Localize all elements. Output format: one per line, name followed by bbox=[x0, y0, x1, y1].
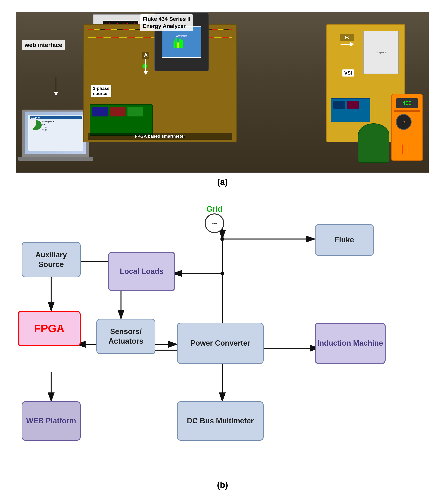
svg-point-5 bbox=[220, 237, 224, 241]
laptop-base bbox=[18, 157, 93, 161]
arrow-b-label: B bbox=[340, 34, 354, 41]
dc-bus-multimeter-box: DC Bus Multimeter bbox=[177, 401, 264, 441]
svg-point-4 bbox=[220, 271, 224, 275]
caption-a: (a) bbox=[16, 177, 429, 187]
laptop: SZEPNU motor speed: ■■ ■T1 T2T3 T4 bbox=[22, 109, 89, 157]
web-interface-label: web interface bbox=[22, 40, 65, 50]
laptop-screen: SZEPNU motor speed: ■■ ■T1 T2T3 T4 bbox=[25, 111, 86, 154]
power-converter-box: Power Converter bbox=[177, 323, 264, 364]
grid-symbol: Grid ~ bbox=[205, 205, 224, 233]
arrow-b-container: B bbox=[340, 34, 354, 46]
fluke-label: Fluke 434 Series IIEnergy Analyzer bbox=[140, 14, 193, 31]
3phase-source-label: 3-phasesource bbox=[91, 85, 111, 97]
grid-circle: ~ bbox=[205, 214, 224, 233]
caption-b: (b) bbox=[12, 480, 433, 490]
arrow-a-label: A bbox=[142, 52, 149, 59]
grid-label: Grid bbox=[206, 205, 222, 214]
motor bbox=[358, 123, 389, 163]
photo-section: SZEPNU motor speed: ■■ ■T1 T2T3 T4 web i… bbox=[0, 0, 445, 193]
fpga-box: FPGA bbox=[18, 311, 81, 346]
arrow-a-container: A bbox=[142, 52, 149, 75]
diagram-section: Grid ~ Auxiliary Source FPGA WEB Platfor… bbox=[0, 193, 445, 504]
fluke-box: Fluke bbox=[315, 224, 374, 256]
web-platform-box: WEB Platform bbox=[22, 401, 81, 441]
sensors-actuators-box: Sensors/ Actuators bbox=[96, 319, 155, 354]
web-interface-arrow bbox=[56, 77, 56, 93]
auxiliary-source-box: Auxiliary Source bbox=[22, 242, 81, 277]
vsi-label: VSI bbox=[342, 70, 354, 76]
web-interface-arrowhead bbox=[54, 92, 58, 96]
multimeter: 400 ⊕ bbox=[391, 94, 423, 161]
diagram-area: Grid ~ Auxiliary Source FPGA WEB Platfor… bbox=[12, 201, 433, 476]
induction-machine-box: Induction Machine bbox=[315, 323, 386, 364]
multimeter-display: 400 bbox=[396, 98, 418, 108]
local-loads-box: Local Loads bbox=[108, 252, 175, 291]
lab-photo: SZEPNU motor speed: ■■ ■T1 T2T3 T4 web i… bbox=[16, 12, 429, 173]
fpga-smartmeter-label: FPGA based smartmeter bbox=[88, 133, 232, 140]
